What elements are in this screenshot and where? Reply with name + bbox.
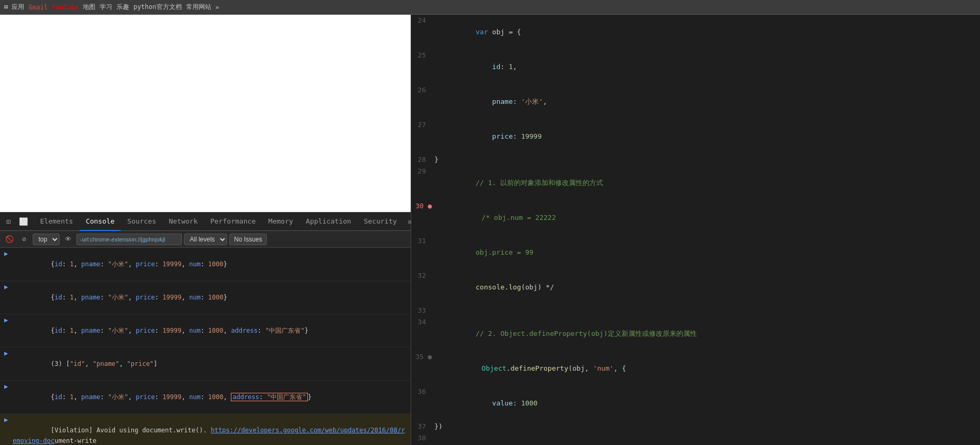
expand-arrow[interactable]: ▶ [4,315,11,325]
tab-security[interactable]: Security [357,212,403,231]
code-line-24: 24 var obj = { [411,15,980,50]
eye-icon[interactable]: 👁 [62,233,74,246]
expand-arrow[interactable]: ▶ [4,282,11,292]
console-line: ▶ (3) ["id", "pname", "price"] [0,347,411,381]
line-number: 33 [415,305,434,316]
tab-network[interactable]: Network [162,212,204,231]
tab-application[interactable]: Application [299,212,357,231]
console-line-highlighted: ▶ {id: 1, pname: "小米", price: 19999, num… [0,381,411,414]
line-content: {id: 1, pname: "小米", price: 19999, num: … [13,315,406,346]
line-content: [Violation] Avoid using document.write()… [13,414,406,445]
code-line-35: 35 ● Object.defineProperty(obj, 'num', { [411,351,980,386]
line-number: 26 [415,84,434,96]
code-content: id: 1, [434,50,976,84]
line-number: 30 ● [415,200,440,212]
code-editor-panel: 24 var obj = { 25 id: 1, 26 pname: '小米',… [411,15,980,445]
browser-bar: ⊞ 应用 Gmail YouTube 地图 学习 乐趣 python官方文档 常… [0,0,980,15]
code-content: // 2. Object.defineProperty(obj)定义新属性或修改… [434,316,976,351]
code-line-33: 33 [411,305,980,316]
code-line-34: 34 // 2. Object.defineProperty(obj)定义新属性… [411,316,980,351]
code-line-31: 31 obj.price = 99 [411,235,980,270]
expand-arrow[interactable]: ▶ [4,348,11,359]
devtools-tabs: ⊡ ⬜ Elements Console Sources Network Per… [0,212,411,231]
line-number: 28 [415,154,434,166]
console-output: ▶ {id: 1, pname: "小米", price: 19999, num… [0,248,411,445]
code-line-25: 25 id: 1, [411,50,980,84]
code-content: obj.price = 99 [434,235,976,270]
code-line-30: 30 ● /* obj.num = 22222 [411,200,980,235]
line-number: 31 [415,235,434,247]
line-content: {id: 1, pname: "小米", price: 19999, num: … [13,282,406,313]
line-number: 37 [415,421,434,432]
code-content: /* obj.num = 22222 [440,200,976,235]
python-link[interactable]: python官方文档 [133,3,181,12]
console-line: ▶ {id: 1, pname: "小米", price: 19999, num… [0,248,411,281]
code-line-38: 38 console.log(obj) [411,432,980,445]
tab-memory[interactable]: Memory [262,212,299,231]
gmail-link[interactable]: Gmail [28,4,47,11]
common-link[interactable]: 常用网站 [186,3,211,12]
code-line-26: 26 pname: '小米', [411,84,980,119]
line-number: 29 [415,166,434,177]
url-filter-input[interactable] [76,234,182,245]
devtools-panel: ⊡ ⬜ Elements Console Sources Network Per… [0,15,411,445]
line-number: 27 [415,119,434,131]
fun-link[interactable]: 乐趣 [117,3,129,12]
code-content: // 1. 以前的对象添加和修改属性的方式 [434,166,976,200]
line-content: (3) ["id", "pname", "price"] [13,348,406,380]
line-number: 34 [415,316,434,328]
maps-link[interactable]: 地图 [83,3,95,12]
filter-icon[interactable]: ⊘ [18,233,31,246]
line-number: 25 [415,50,434,61]
code-line-36: 36 value: 1000 [411,386,980,421]
tab-elements[interactable]: Elements [34,212,80,231]
code-content: value: 1000 [434,386,976,421]
apps-icon: ⊞ 应用 [4,3,24,12]
code-content: pname: '小米', [434,84,976,119]
code-content: console.log(obj) [434,432,976,445]
line-number: 32 [415,270,434,282]
code-content: price: 19999 [434,119,976,154]
line-number: 38 [415,432,434,444]
console-line-violation: ▶ [Violation] Avoid using document.write… [0,414,411,445]
expand-arrow[interactable]: ▶ [4,414,11,425]
code-content: } [434,154,976,166]
tab-sources[interactable]: Sources [121,212,162,231]
tab-console[interactable]: Console [80,212,121,231]
console-line: ▶ {id: 1, pname: "小米", price: 19999, num… [0,281,411,314]
device-icon[interactable]: ⬜ [17,215,30,228]
no-issues-button[interactable]: No Issues [229,234,267,245]
main-area: ⊡ ⬜ Elements Console Sources Network Per… [0,15,980,445]
code-content: console.log(obj) */ [434,270,976,305]
youtube-link[interactable]: YouTube [52,4,79,11]
code-line-28: 28 } [411,154,980,166]
code-editor: 24 var obj = { 25 id: 1, 26 pname: '小米',… [411,15,980,445]
log-level-dropdown[interactable]: All levels [184,234,227,245]
code-content: var obj = { [434,15,976,50]
line-number: 36 [415,386,434,398]
code-line-37: 37 }) [411,421,980,432]
webpage-preview [0,15,411,212]
console-line: ▶ {id: 1, pname: "小米", price: 19999, num… [0,314,411,347]
line-number: 24 [415,15,434,26]
code-content: Object.defineProperty(obj, 'num', { [440,351,976,386]
console-toolbar: 🚫 ⊘ top 👁 All levels No Issues [0,231,411,248]
code-line-27: 27 price: 19999 [411,119,980,154]
study-link[interactable]: 学习 [100,3,112,12]
inspect-icon[interactable]: ⊡ [2,215,15,228]
clear-console-button[interactable]: 🚫 [3,233,16,246]
expand-arrow[interactable]: ▶ [4,248,11,259]
expand-arrow[interactable]: ▶ [4,381,11,392]
more-bookmarks[interactable]: » [216,4,219,11]
line-number: 35 ● [415,351,440,363]
tab-performance[interactable]: Performance [204,212,262,231]
line-content: {id: 1, pname: "小米", price: 19999, num: … [13,248,406,280]
devtools-icons: ⊡ ⬜ [2,215,30,228]
context-dropdown[interactable]: top [33,234,60,245]
code-line-32: 32 console.log(obj) */ [411,270,980,305]
code-line-29: 29 // 1. 以前的对象添加和修改属性的方式 [411,166,980,200]
line-content: {id: 1, pname: "小米", price: 19999, num: … [13,381,406,413]
code-content: }) [434,421,976,432]
